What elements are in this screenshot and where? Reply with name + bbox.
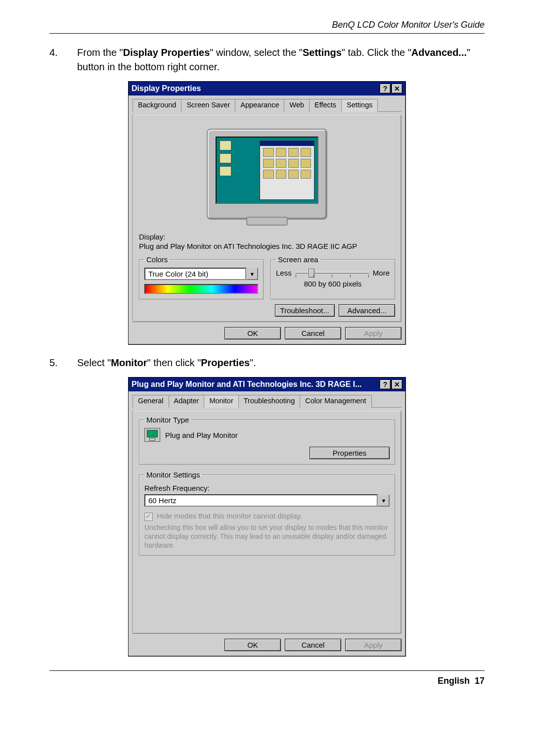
step-5-text: Select "Monitor" then click "Properties"… (77, 356, 485, 370)
tab-troubleshooting[interactable]: Troubleshooting (238, 395, 300, 408)
hide-modes-label: Hide modes that this monitor cannot disp… (157, 512, 302, 520)
colors-group: Colors True Color (24 bit) ▼ (139, 255, 264, 299)
monitor-preview (139, 120, 395, 229)
resolution-value: 800 by 600 pixels (276, 280, 390, 288)
colors-combo[interactable]: True Color (24 bit) ▼ (144, 268, 258, 280)
dlg2-titlebar: Plug and Play Monitor and ATI Technologi… (129, 378, 405, 391)
ok-button[interactable]: OK (224, 639, 281, 651)
tab-color-management[interactable]: Color Management (300, 395, 371, 408)
tab-effects[interactable]: Effects (309, 99, 342, 112)
screen-area-group: Screen area Less More 800 by 600 pixels (270, 255, 395, 299)
step-4: 4. From the "Display Properties" window,… (49, 46, 485, 74)
help-icon[interactable]: ? (380, 379, 391, 389)
hide-modes-description: Unchecking this box will allow you to se… (144, 523, 390, 550)
colors-legend: Colors (144, 255, 170, 264)
screen-area-legend: Screen area (276, 255, 320, 264)
dlg1-tabpage: Display: Plug and Play Monitor on ATI Te… (133, 115, 401, 322)
dlg1-tabs: Background Screen Saver Appearance Web E… (133, 98, 401, 112)
dlg2-title: Plug and Play Monitor and ATI Technologi… (132, 380, 379, 389)
cancel-button[interactable]: Cancel (285, 327, 341, 339)
color-gradient-preview (144, 284, 258, 294)
tab-general[interactable]: General (133, 395, 169, 408)
step-5-number: 5. (49, 356, 67, 370)
dlg1-title: Display Properties (132, 84, 379, 93)
step-5-bold2: Properties (201, 357, 250, 368)
monitor-settings-legend: Monitor Settings (144, 471, 202, 479)
step-4-pre: From the " (77, 47, 123, 58)
page-footer: English 17 (49, 676, 485, 686)
refresh-value: 60 Hertz (144, 494, 378, 507)
close-icon[interactable]: ✕ (392, 379, 402, 389)
tab-monitor[interactable]: Monitor (204, 395, 238, 408)
resolution-slider[interactable] (296, 268, 369, 278)
display-value: Plug and Play Monitor on ATI Technologie… (139, 242, 395, 250)
step-4-mid1: " window, select the " (210, 47, 303, 58)
crt-icon (207, 129, 327, 220)
step-4-bold1: Display Properties (123, 47, 210, 58)
advanced-button[interactable]: Advanced... (339, 304, 395, 317)
step-4-bold3: Advanced... (411, 47, 467, 58)
tab-web[interactable]: Web (284, 99, 310, 112)
colors-value: True Color (24 bit) (144, 268, 246, 280)
tab-appearance[interactable]: Appearance (235, 99, 284, 112)
step-4-text: From the "Display Properties" window, se… (77, 46, 485, 74)
apply-button: Apply (345, 639, 401, 651)
chevron-down-icon[interactable]: ▼ (246, 268, 258, 280)
step-4-number: 4. (49, 46, 67, 74)
monitor-type-group: Monitor Type Plug and Play Monitor Prope… (139, 416, 395, 465)
monitor-properties-dialog: Plug and Play Monitor and ATI Technologi… (128, 377, 406, 657)
cancel-button[interactable]: Cancel (285, 639, 341, 651)
less-label: Less (276, 269, 292, 277)
tab-settings[interactable]: Settings (341, 99, 378, 112)
step-5-pre: Select " (77, 357, 111, 368)
monitor-type-legend: Monitor Type (144, 416, 191, 424)
dlg2-tabs: General Adapter Monitor Troubleshooting … (133, 394, 401, 408)
header-guide-title: BenQ LCD Color Monitor User's Guide (49, 20, 485, 30)
header-rule (49, 33, 485, 34)
refresh-combo[interactable]: 60 Hertz ▼ (144, 494, 390, 507)
step-4-mid2: " tab. Click the " (342, 47, 411, 58)
footer-rule (49, 670, 485, 671)
tab-screensaver[interactable]: Screen Saver (181, 99, 235, 112)
refresh-label: Refresh Frequency: (144, 484, 390, 492)
hide-modes-checkbox (144, 513, 153, 521)
apply-button: Apply (345, 327, 401, 339)
step-4-bold2: Settings (303, 47, 342, 58)
help-icon[interactable]: ? (380, 84, 391, 94)
monitor-type-value: Plug and Play Monitor (165, 431, 238, 439)
tab-adapter[interactable]: Adapter (169, 395, 205, 408)
troubleshoot-button[interactable]: Troubleshoot... (275, 304, 335, 317)
display-properties-dialog: Display Properties ? ✕ Background Screen… (128, 81, 406, 345)
ok-button[interactable]: OK (224, 327, 281, 339)
step-5-post: ". (250, 357, 256, 368)
more-label: More (373, 269, 390, 277)
step-5-bold1: Monitor (111, 357, 147, 368)
chevron-down-icon[interactable]: ▼ (378, 494, 390, 507)
monitor-settings-group: Monitor Settings Refresh Frequency: 60 H… (139, 471, 395, 556)
dlg1-titlebar: Display Properties ? ✕ (129, 82, 405, 95)
step-5-mid1: " then click " (147, 357, 201, 368)
step-5: 5. Select "Monitor" then click "Properti… (49, 356, 485, 370)
monitor-icon (144, 428, 160, 442)
footer-lang: English (438, 676, 470, 686)
tab-background[interactable]: Background (133, 99, 181, 112)
dlg2-tabpage: Monitor Type Plug and Play Monitor Prope… (133, 411, 401, 634)
display-label: Display: (139, 233, 395, 241)
footer-page: 17 (475, 676, 485, 686)
close-icon[interactable]: ✕ (392, 84, 402, 94)
properties-button[interactable]: Properties (310, 447, 390, 459)
